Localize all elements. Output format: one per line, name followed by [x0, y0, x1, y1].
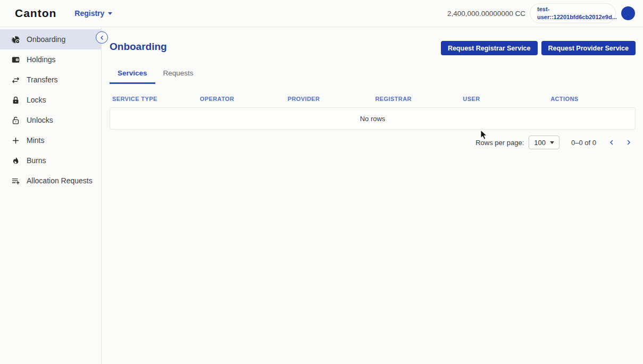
top-bar: Canton Registry 2,400,000.00000000 CC te…: [0, 0, 643, 27]
column-header-service-type[interactable]: SERVICE TYPE: [110, 96, 197, 102]
page-title: Onboarding: [110, 41, 167, 53]
page-actions: Request Registrar Service Request Provid…: [441, 41, 636, 55]
sidebar-item-label: Allocation Requests: [27, 176, 93, 185]
sidebar-item-label: Holdings: [27, 55, 55, 64]
sidebar-collapse-button[interactable]: [96, 31, 108, 44]
services-icon: [11, 35, 20, 44]
table-empty-state: No rows: [110, 107, 636, 130]
tab-requests[interactable]: Requests: [155, 66, 202, 84]
wallet-icon: [11, 55, 20, 64]
sidebar-item-allocation-requests[interactable]: Allocation Requests: [0, 171, 101, 191]
sidebar-item-locks[interactable]: Locks: [0, 90, 101, 110]
sidebar-item-label: Mints: [27, 136, 44, 145]
request-registrar-service-button[interactable]: Request Registrar Service: [441, 41, 538, 55]
chevron-down-icon: [108, 12, 112, 15]
chevron-left-icon: [608, 139, 615, 146]
next-page-button[interactable]: [622, 136, 636, 149]
user-id: test- user::12201bfd6cb2012e9d...: [537, 5, 617, 21]
sidebar-item-burns[interactable]: Burns: [0, 150, 101, 171]
sidebar-item-holdings[interactable]: Holdings: [0, 49, 101, 70]
pagination: Rows per page: 100 0–0 of 0: [110, 133, 636, 151]
column-header-operator[interactable]: OPERATOR: [197, 96, 285, 102]
flame-icon: [11, 156, 20, 165]
chevron-down-icon: [550, 141, 554, 144]
bell-icon[interactable]: [623, 9, 633, 19]
transfer-arrows-icon: [11, 75, 20, 84]
user-chip[interactable]: test- user::12201bfd6cb2012e9d...: [530, 3, 616, 23]
sidebar-item-mints[interactable]: Mints: [0, 130, 101, 150]
tab-services-label: Services: [118, 69, 147, 77]
sidebar-item-transfers[interactable]: Transfers: [0, 70, 101, 90]
registry-dropdown-label: Registry: [74, 9, 104, 18]
column-header-provider[interactable]: PROVIDER: [285, 96, 373, 102]
empty-state-text: No rows: [360, 115, 386, 123]
rows-per-page-select[interactable]: 100: [529, 136, 560, 149]
request-provider-service-button[interactable]: Request Provider Service: [541, 41, 636, 55]
sidebar-item-label: Transfers: [27, 75, 58, 84]
chevron-left-icon: [99, 35, 105, 41]
sidebar-item-onboarding[interactable]: Onboarding: [0, 29, 101, 49]
tab-requests-label: Requests: [163, 69, 194, 77]
main-content: Onboarding Request Registrar Service Req…: [102, 27, 643, 364]
rows-per-page-label: Rows per page:: [475, 139, 524, 147]
topbar-right: 2,400,000.00000000 CC test- user::12201b…: [447, 3, 633, 23]
main-header: Onboarding Request Registrar Service Req…: [110, 41, 636, 55]
balance-amount: 2,400,000.00000000 CC: [447, 10, 525, 18]
sidebar-item-label: Locks: [27, 96, 46, 104]
prev-page-button[interactable]: [605, 136, 619, 149]
sidebar-item-label: Unlocks: [27, 116, 53, 124]
app-logo: Canton: [15, 7, 56, 20]
pagination-range: 0–0 of 0: [571, 139, 596, 147]
unlock-icon: [11, 115, 20, 125]
column-header-registrar[interactable]: REGISTRAR: [372, 96, 460, 102]
rows-per-page-value: 100: [534, 139, 546, 147]
sidebar: Onboarding Holdings Transfers: [0, 27, 102, 364]
sidebar-item-label: Onboarding: [27, 35, 65, 44]
sidebar-item-unlocks[interactable]: Unlocks: [0, 110, 101, 130]
registry-dropdown[interactable]: Registry: [74, 9, 112, 18]
plus-icon: [11, 136, 20, 145]
list-plus-icon: [11, 176, 20, 185]
sidebar-item-label: Burns: [27, 156, 46, 165]
user-id-line2: user::12201bfd6cb2012e9d...: [537, 13, 617, 21]
column-header-user[interactable]: USER: [460, 96, 548, 102]
column-header-actions[interactable]: ACTIONS: [548, 96, 636, 102]
chevron-right-icon: [625, 139, 632, 146]
table-header-row: SERVICE TYPE OPERATOR PROVIDER REGISTRAR…: [110, 92, 636, 107]
user-id-line1: test-: [537, 5, 617, 13]
lock-icon: [11, 95, 20, 105]
app-shell: Onboarding Holdings Transfers: [0, 27, 643, 364]
tab-services[interactable]: Services: [110, 66, 155, 84]
tabs: Services Requests: [110, 66, 636, 84]
